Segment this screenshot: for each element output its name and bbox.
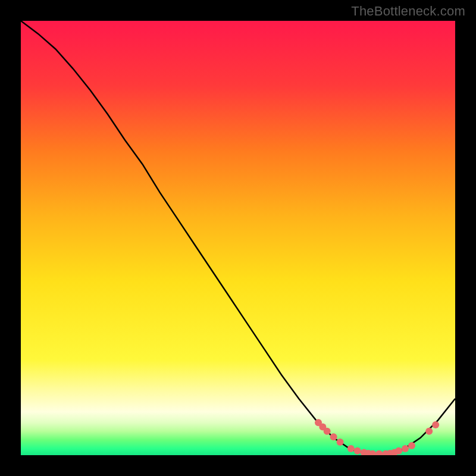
watermark-label: TheBottleneck.com xyxy=(351,4,465,19)
chart-marker xyxy=(337,439,344,446)
chart-marker xyxy=(375,450,383,455)
chart-curve xyxy=(21,21,455,454)
chart-curve-layer xyxy=(21,21,455,455)
chart-marker xyxy=(354,447,361,455)
chart-marker xyxy=(425,428,433,435)
chart-marker xyxy=(347,445,355,452)
chart-marker xyxy=(432,421,439,428)
chart-marker xyxy=(395,447,402,455)
chart-marker xyxy=(408,442,415,449)
chart-plot-area xyxy=(21,21,455,455)
chart-marker xyxy=(330,433,337,440)
chart-marker xyxy=(402,445,409,452)
chart-marker xyxy=(324,428,331,435)
